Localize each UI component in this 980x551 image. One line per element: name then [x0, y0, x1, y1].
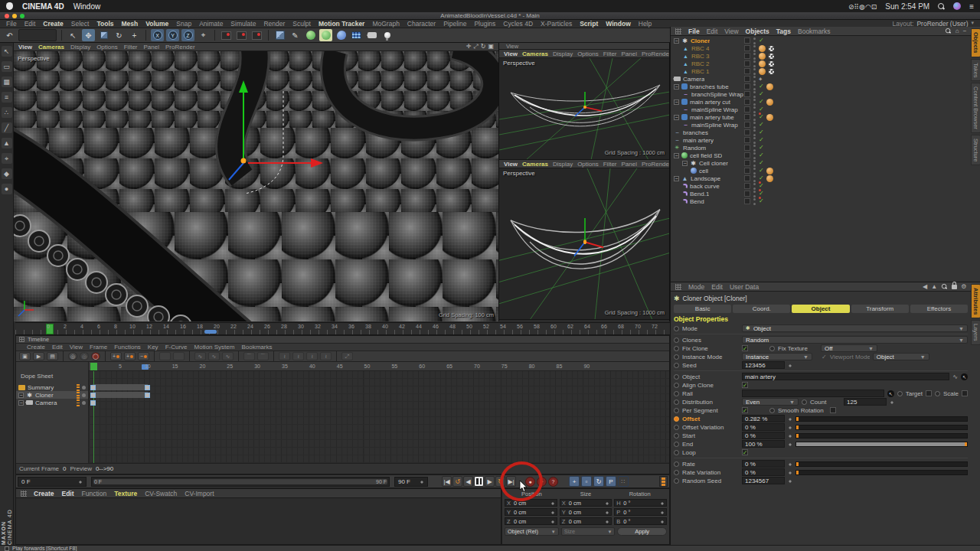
dope-lane[interactable] — [89, 391, 669, 399]
visibility-dots-icon[interactable] — [753, 137, 756, 144]
dope-sheet-grid[interactable] — [89, 362, 669, 463]
palette-tool-icon[interactable]: ● — [2, 184, 12, 194]
expander-icon[interactable] — [674, 99, 679, 105]
rotation-h-field[interactable]: H0 ° — [614, 499, 667, 507]
layer-checkbox[interactable] — [744, 45, 750, 51]
layer-checkbox[interactable] — [744, 99, 750, 105]
object-tree-row[interactable]: main artery cut ✓ — [671, 98, 971, 106]
instance-mode-dropdown[interactable]: Instance▼ — [742, 353, 812, 360]
viewport-menu-item[interactable]: Cameras — [38, 44, 64, 51]
material-tag-icon[interactable] — [766, 83, 773, 90]
layer-checkbox[interactable] — [744, 145, 750, 151]
material-menu-item[interactable]: Create — [34, 490, 54, 497]
menubar-clock[interactable]: Sun 2:54 PM — [885, 2, 929, 11]
layer-checkbox[interactable] — [744, 60, 750, 67]
menubar-item[interactable]: Create — [43, 20, 63, 28]
end-frame-field[interactable]: 90 F — [394, 477, 428, 487]
layer-checkbox[interactable] — [744, 160, 750, 166]
start-field[interactable]: 0 % — [742, 432, 785, 439]
layer-checkbox[interactable] — [744, 168, 750, 174]
apple-logo-icon[interactable] — [6, 2, 13, 10]
texture-tag-icon[interactable] — [768, 68, 775, 75]
enabled-mixed-icon[interactable]: ✓ — [759, 183, 764, 189]
solo-animation-icon[interactable] — [659, 476, 668, 487]
palette-tool-icon[interactable]: ▭ — [2, 61, 12, 72]
expander-icon[interactable] — [674, 153, 679, 158]
object-tree-row[interactable]: RBC 3 — [671, 52, 971, 60]
unlink-icon[interactable]: ◎ — [80, 352, 89, 360]
vi ewport-menu-item[interactable]: View — [504, 161, 518, 168]
transport-button[interactable]: ▶ — [485, 476, 495, 487]
material-tag-icon[interactable] — [766, 99, 773, 106]
layer-checkbox[interactable] — [744, 83, 750, 90]
enabled-check-icon[interactable]: ✓ — [759, 160, 764, 166]
seed-field[interactable]: 123456 — [742, 361, 785, 369]
expander-icon[interactable] — [674, 38, 679, 44]
visibility-dots-icon[interactable] — [753, 183, 756, 190]
attribute-menu-item[interactable]: User Data — [730, 283, 759, 291]
viewport-scene[interactable] — [14, 51, 498, 321]
visibility-dots-icon[interactable] — [753, 152, 756, 159]
viewport-perspective-bottom[interactable]: ViewCamerasDisplayOptionsFilterPanelProR… — [499, 160, 669, 320]
tangent4-icon[interactable]: ≀ — [320, 352, 332, 360]
layer-checkbox[interactable] — [744, 114, 750, 120]
layer-checkbox[interactable] — [744, 91, 750, 97]
attribute-tab[interactable]: Effectors — [910, 305, 968, 313]
track-row[interactable]: Camera — [16, 399, 88, 406]
collapse-icon[interactable]: − — [963, 28, 967, 34]
tangent2-icon[interactable]: ≀ — [292, 352, 304, 360]
expander-icon[interactable] — [674, 84, 679, 90]
key-toggle-button[interactable]: + — [569, 476, 580, 487]
z-axis-lock-icon[interactable]: Z — [181, 29, 194, 41]
record-ring-icon[interactable]: ◯ — [91, 352, 100, 360]
menu-extra-icon[interactable]: ◠ — [865, 3, 871, 11]
enabled-check-icon[interactable]: ✓ — [759, 106, 764, 112]
key-toggle-button[interactable]: P — [606, 476, 616, 487]
menubar-item[interactable]: Pipeline — [443, 20, 466, 28]
viewport-menu-item[interactable]: Options — [577, 51, 599, 57]
delete-key-icon[interactable]: − — [138, 352, 149, 360]
vi ewport-menu-item[interactable]: Filter — [603, 161, 617, 168]
viewport-menu-item[interactable]: Cameras — [522, 51, 548, 57]
frame-marker[interactable] — [204, 330, 217, 334]
zoom-fit-icon[interactable]: ⤢ — [341, 352, 353, 360]
visibility-dots-icon[interactable] — [753, 68, 756, 75]
visibility-dots-icon[interactable] — [753, 37, 756, 44]
dock-tab[interactable]: Content Browser — [971, 83, 980, 133]
material-menu-item[interactable]: Function — [82, 490, 107, 497]
palette-tool-icon[interactable]: ∴ — [2, 107, 12, 118]
menubar-item[interactable]: Character — [407, 20, 436, 28]
modeling-objects-icon[interactable] — [273, 29, 286, 41]
siri-icon[interactable] — [953, 2, 961, 10]
snap-grid-icon[interactable] — [173, 352, 185, 360]
timeline-menu-item[interactable]: Key — [148, 344, 158, 350]
rate-slider[interactable] — [795, 461, 968, 467]
track-dots-icon[interactable] — [77, 392, 80, 399]
layer-checkbox[interactable] — [744, 183, 750, 189]
timeline-menu-item[interactable]: View — [70, 344, 83, 350]
distribution-dropdown[interactable]: Even▼ — [742, 398, 799, 406]
palette-tool-icon[interactable]: ⌖ — [2, 153, 12, 164]
transport-button[interactable]: |◀ — [442, 476, 452, 487]
object-manager-menu-item[interactable]: Bookmarks — [798, 28, 831, 35]
visibility-dots-icon[interactable] — [753, 106, 756, 113]
viewport-menu-item[interactable]: Filter — [124, 44, 138, 51]
material-tag-icon[interactable] — [766, 168, 773, 174]
generators-icon[interactable] — [304, 29, 317, 41]
spline-pick-icon[interactable]: ∿ — [952, 373, 958, 380]
object-tree-row[interactable]: Landscape ✓ — [671, 174, 971, 182]
visibility-dots-icon[interactable] — [753, 160, 756, 167]
rate-field[interactable]: 0 % — [742, 460, 785, 468]
menu-extra-icon[interactable]: ⊡ — [871, 3, 877, 11]
object-tree-row[interactable]: Bend.1 ✓ — [671, 190, 971, 197]
coord-mode-dropdown[interactable]: Object (Rel)▼ — [505, 527, 559, 536]
layer-checkbox[interactable] — [744, 106, 750, 112]
object-tree-row[interactable]: Cloner ✓ — [671, 37, 971, 44]
material-menu-item[interactable]: CV-Import — [185, 490, 214, 497]
transport-button[interactable]: ▶| — [506, 476, 516, 487]
gear-icon[interactable]: ⚙ — [961, 283, 966, 290]
expander-icon[interactable] — [674, 176, 679, 181]
menubar-item[interactable]: Sculpt — [292, 20, 311, 28]
transport-button[interactable]: ◀ — [463, 476, 473, 487]
end-slider[interactable] — [795, 442, 968, 447]
